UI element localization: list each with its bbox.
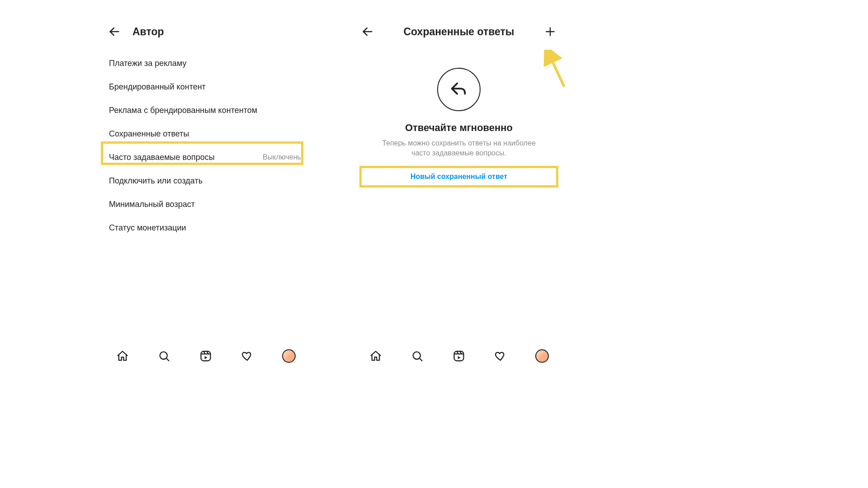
screen-author-settings: Автор Платежи за рекламу Брендированный … <box>102 18 310 371</box>
settings-item-faq[interactable]: Часто задаваемые вопросы Выключены <box>102 145 310 169</box>
heart-icon <box>241 350 254 362</box>
avatar-icon <box>282 349 296 363</box>
svg-line-8 <box>420 358 422 361</box>
svg-rect-9 <box>454 352 464 361</box>
nav-profile[interactable] <box>533 347 551 365</box>
nav-reels[interactable] <box>197 347 215 365</box>
settings-item-label: Статус монетизации <box>109 223 186 233</box>
add-saved-reply-button[interactable] <box>542 23 558 40</box>
settings-item-label: Платежи за рекламу <box>109 59 186 68</box>
home-icon <box>369 350 382 362</box>
nav-home[interactable] <box>367 347 385 365</box>
empty-body: Теперь можно сохранить ответы на наиболе… <box>373 138 545 158</box>
nav-profile[interactable] <box>280 347 298 365</box>
page-title: Сохраненные ответы <box>355 26 563 38</box>
back-button[interactable] <box>106 23 123 40</box>
settings-item-monetization-status[interactable]: Статус монетизации <box>102 216 310 239</box>
settings-item-minimum-age[interactable]: Минимальный возраст <box>102 192 310 216</box>
new-saved-reply-link[interactable]: Новый сохраненный ответ <box>410 173 507 181</box>
home-icon <box>116 350 129 362</box>
plus-icon <box>544 26 556 38</box>
settings-item-label: Реклама с брендированным контентом <box>109 106 257 115</box>
nav-reels[interactable] <box>450 347 468 365</box>
nav-home[interactable] <box>113 347 132 365</box>
reply-circle-icon <box>437 68 481 111</box>
new-saved-reply-wrap: Новый сохраненный ответ <box>359 166 558 188</box>
settings-item-ad-payments[interactable]: Платежи за рекламу <box>102 52 310 75</box>
header: Автор <box>102 18 310 45</box>
settings-list: Платежи за рекламу Брендированный контен… <box>102 52 310 239</box>
settings-item-label: Часто задаваемые вопросы <box>109 153 215 162</box>
settings-item-label: Подключить или создать <box>109 176 203 186</box>
svg-rect-3 <box>201 352 211 361</box>
heart-icon <box>494 350 507 362</box>
settings-item-label: Брендированный контент <box>109 82 206 92</box>
svg-line-2 <box>166 358 169 361</box>
empty-title: Отвечайте мгновенно <box>405 122 513 134</box>
header: Сохраненные ответы <box>355 18 563 45</box>
empty-state: Отвечайте мгновенно Теперь можно сохрани… <box>355 68 563 188</box>
nav-activity[interactable] <box>491 347 509 365</box>
avatar-icon <box>535 349 549 363</box>
settings-item-connect-or-create[interactable]: Подключить или создать <box>102 169 310 192</box>
reels-icon <box>453 350 465 362</box>
settings-item-branded-content-ads[interactable]: Реклама с брендированным контентом <box>102 99 310 122</box>
nav-search[interactable] <box>408 347 426 365</box>
reply-arrow-icon <box>448 79 469 100</box>
nav-search[interactable] <box>155 347 173 365</box>
settings-item-branded-content[interactable]: Брендированный контент <box>102 75 310 99</box>
page-title: Автор <box>132 26 164 38</box>
settings-item-label: Сохраненные ответы <box>109 129 189 139</box>
search-icon <box>158 350 170 362</box>
screen-saved-replies: Сохраненные ответы Отвечайте мгновенно Т… <box>355 18 563 371</box>
bottom-nav <box>102 342 310 371</box>
nav-activity[interactable] <box>238 347 256 365</box>
arrow-left-icon <box>108 25 121 38</box>
search-icon <box>411 350 424 362</box>
bottom-nav <box>355 342 563 371</box>
settings-item-status: Выключены <box>263 153 302 161</box>
settings-item-saved-replies[interactable]: Сохраненные ответы <box>102 122 310 145</box>
settings-item-label: Минимальный возраст <box>109 200 195 209</box>
reels-icon <box>199 350 212 362</box>
